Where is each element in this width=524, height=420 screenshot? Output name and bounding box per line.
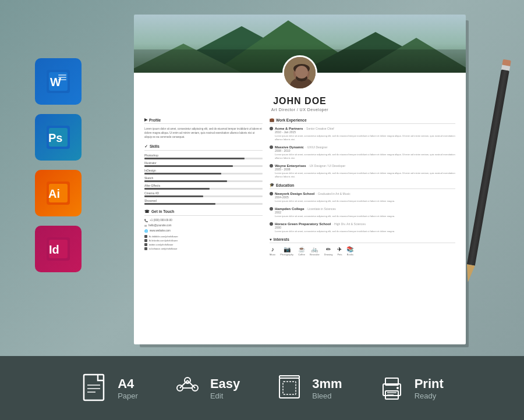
resume-container: JOHN DOE Art Director / UX Developer ▶ P… — [134, 15, 466, 344]
edu-item-horace: Horace Green Preparatory School · High D… — [270, 222, 455, 233]
skills-list: Photoshop Illustrator InDesign Sket — [144, 154, 263, 205]
indesign-icon: Id — [35, 226, 82, 272]
interest-photography: 📷 Photography — [280, 246, 293, 256]
interests-list: ♪ Music 📷 Photography ☕ Coffee 🚲 — [270, 246, 455, 256]
svg-text:Ps: Ps — [48, 131, 62, 144]
work-section-title: 💼 Work Experience — [270, 118, 455, 124]
interest-pets: ✈ Pets — [337, 246, 342, 256]
resume-right-column: 💼 Work Experience Acme & Partners · Seni… — [270, 118, 455, 331]
social-behance: in.behance.net/johnfollower — [144, 247, 263, 250]
resume-left-column: ▶ Profile Lorem ipsum dolor sit amet, co… — [144, 118, 263, 331]
resume-header-image — [134, 15, 466, 73]
skill-after-effects: After Effects — [144, 184, 263, 190]
software-icons-container: W Ps Ai Id — [35, 58, 82, 272]
svg-rect-3 — [58, 74, 66, 76]
social-links: fb.dribbble.com/johnfollower fb.linkedin… — [144, 235, 263, 250]
contact-phone: 📞 +1 (000) 000-00-00 — [144, 219, 263, 222]
svg-marker-19 — [134, 44, 242, 73]
feature-print-ready: Print Ready — [377, 373, 444, 403]
work-item-wayne: Wayne Enterprises · UX Designer / UI Dev… — [270, 164, 455, 179]
a4-label: A4 — [118, 376, 138, 391]
work-item-acme: Acme & Partners · Senior Creative Chief … — [270, 127, 455, 141]
resume-name: JOHN DOE — [144, 96, 455, 106]
easy-edit-icon — [173, 373, 202, 403]
feature-easy-edit: Easy Edit — [173, 373, 240, 403]
photoshop-icon: Ps — [35, 114, 82, 161]
resume-body: JOHN DOE Art Director / UX Developer ▶ P… — [134, 73, 466, 344]
skill-cinema4d: Cinema 4D — [144, 191, 263, 197]
svg-line-37 — [180, 380, 187, 388]
interest-coffee: ☕ Coffee — [298, 246, 305, 256]
bottom-bar: A4 Paper Easy Edit — [0, 356, 524, 420]
resume-job-title: Art Director / UX Developer — [144, 108, 455, 112]
edu-item-newyork: Newyork Design School · Graduated in Art… — [270, 192, 455, 203]
work-item-massive: Massive Dynamic · UX/UI Designer 2008 - … — [270, 145, 455, 160]
svg-rect-39 — [279, 378, 299, 398]
skills-section-title: ✓ Skills — [144, 144, 263, 151]
a4-paper-icon — [80, 373, 109, 403]
skill-showreel: Showreel — [144, 199, 263, 205]
interest-drawing: ✏ Drawing — [324, 246, 333, 256]
svg-rect-40 — [283, 382, 296, 394]
skill-illustrator: Illustrator — [144, 161, 263, 167]
svg-rect-5 — [58, 79, 66, 80]
illustrator-icon: Ai — [35, 170, 82, 216]
contact-website: 🌐 www.website.com — [144, 229, 263, 233]
profile-section-title: ▶ Profile — [144, 118, 263, 124]
svg-rect-4 — [58, 77, 66, 78]
svg-rect-28 — [84, 375, 104, 400]
interests-section-title: ♥ Interests — [270, 237, 455, 243]
svg-point-47 — [396, 387, 399, 389]
svg-line-38 — [187, 380, 195, 388]
resume-paper: JOHN DOE Art Director / UX Developer ▶ P… — [134, 15, 466, 344]
paper-label: Paper — [118, 391, 138, 400]
skill-sketch: Sketch — [144, 176, 263, 182]
bleed-icon — [275, 373, 304, 403]
svg-text:Id: Id — [49, 243, 59, 256]
skill-indesign: InDesign — [144, 169, 263, 175]
interest-music: ♪ Music — [270, 246, 275, 256]
svg-marker-18 — [300, 32, 451, 73]
easy-label: Easy — [210, 376, 240, 391]
3mm-label: 3mm — [312, 376, 342, 391]
bleed-label: Bleed — [312, 391, 342, 400]
contact-section-title: ☎ Get in Touch — [144, 209, 263, 216]
social-linkedin: fb.linkedin.com/johnfollower — [144, 239, 263, 242]
feature-3mm-bleed: 3mm Bleed — [275, 373, 342, 403]
interest-binocular: 🚲 Binocular — [310, 246, 320, 256]
profile-text: Lorem ipsum dolor sit amet, consectetur … — [144, 127, 263, 140]
svg-text:Ai: Ai — [48, 187, 60, 200]
feature-a4-paper: A4 Paper — [80, 373, 138, 403]
word-icon: W — [35, 58, 82, 105]
svg-point-27 — [295, 66, 308, 79]
avatar — [282, 55, 317, 90]
svg-marker-20 — [358, 38, 466, 73]
resume-columns: ▶ Profile Lorem ipsum dolor sit amet, co… — [144, 118, 455, 331]
ready-label: Ready — [415, 391, 444, 400]
contact-email: ✉ hello@yoursite.com — [144, 224, 263, 227]
edit-label: Edit — [210, 391, 240, 400]
contact-section: ☎ Get in Touch 📞 +1 (000) 000-00-00 ✉ he… — [144, 209, 263, 250]
education-section-title: 🎓 Education — [270, 183, 455, 189]
print-icon — [377, 373, 406, 403]
print-label: Print — [415, 376, 444, 391]
social-twitter: twitter.com/johnfollower — [144, 243, 263, 246]
edu-item-hampden: Hampden College · Licentiate in Sciences… — [270, 207, 455, 218]
skill-photoshop: Photoshop — [144, 154, 263, 159]
social-facebook: fb.dribbble.com/johnfollower — [144, 235, 263, 238]
interest-books: 📚 Books — [346, 246, 353, 256]
